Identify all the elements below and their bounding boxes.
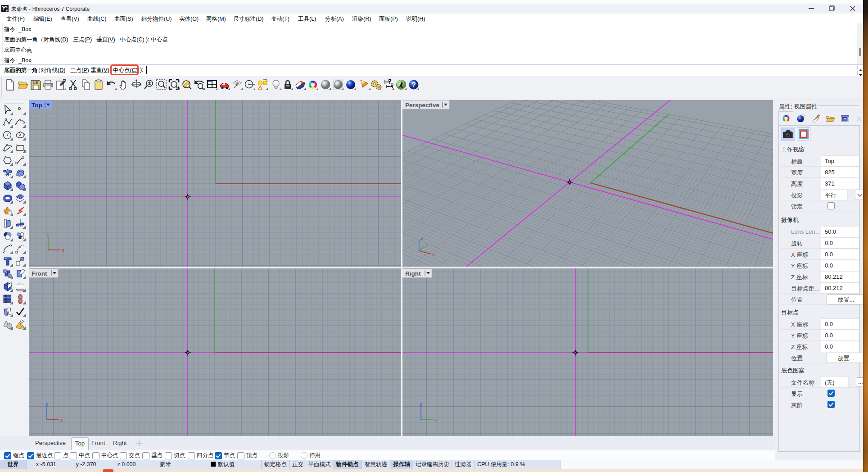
- svg-text:?: ?: [411, 81, 416, 89]
- svg-text:Top: Top: [32, 102, 42, 109]
- svg-text:z: z: [420, 235, 423, 241]
- svg-text:Front: Front: [32, 270, 47, 277]
- svg-text:y: y: [434, 417, 437, 422]
- svg-text:x: x: [62, 247, 64, 253]
- svg-text:Perspective: Perspective: [405, 102, 439, 109]
- svg-text:y: y: [426, 242, 429, 247]
- svg-text:Right: Right: [405, 270, 421, 277]
- svg-text:x: x: [60, 417, 63, 422]
- svg-text:z: z: [45, 401, 48, 407]
- svg-text:y: y: [47, 231, 50, 237]
- svg-text:?: ?: [844, 117, 846, 121]
- svg-text:z: z: [420, 401, 422, 407]
- svg-text:x: x: [432, 252, 435, 257]
